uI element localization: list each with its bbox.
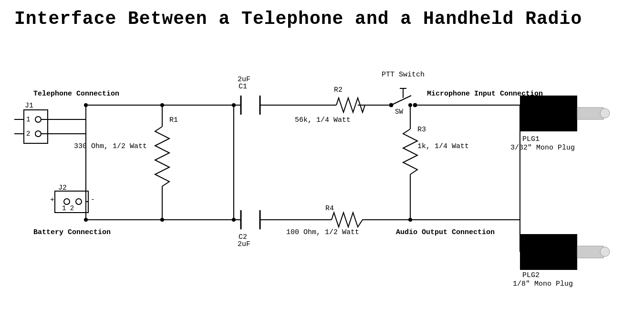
r4-value: 100 Ohm, 1/2 Watt xyxy=(286,228,359,236)
svg-point-16 xyxy=(84,103,88,107)
r3-value: 1k, 1/4 Watt xyxy=(417,142,469,150)
svg-point-38 xyxy=(408,103,412,107)
plg2-value: 1/8" Mono Plug xyxy=(513,280,573,288)
r1-label: R1 xyxy=(169,116,178,124)
j2-label: J2 xyxy=(58,184,67,192)
svg-point-53 xyxy=(600,108,610,118)
svg-text:2: 2 xyxy=(26,130,30,138)
svg-point-24 xyxy=(160,103,164,107)
svg-point-47 xyxy=(64,199,70,204)
telephone-connection-label: Telephone Connection xyxy=(33,90,119,98)
svg-rect-56 xyxy=(577,246,603,258)
c1-value: 2uF xyxy=(238,75,250,84)
svg-point-10 xyxy=(35,117,41,122)
svg-rect-51 xyxy=(520,96,577,131)
battery-connection-label: Battery Connection xyxy=(33,228,111,236)
schematic-diagram: J1 1 2 R1 330 Ohm, 1/2 Watt C1 2uF xyxy=(0,0,644,311)
svg-point-39 xyxy=(408,218,412,222)
svg-point-11 xyxy=(35,131,41,137)
svg-point-42 xyxy=(413,103,417,107)
svg-rect-52 xyxy=(577,107,603,119)
j2-minus: - xyxy=(91,196,95,204)
r2-label: R2 xyxy=(334,86,343,94)
svg-rect-9 xyxy=(24,110,48,143)
r1-value: 330 Ohm, 1/2 Watt xyxy=(74,142,147,150)
sw-label: SW xyxy=(395,108,403,116)
svg-point-48 xyxy=(76,199,82,204)
main-container: Interface Between a Telephone and a Hand… xyxy=(0,0,644,311)
svg-point-57 xyxy=(600,247,610,257)
svg-text:1: 1 xyxy=(26,116,30,123)
j2-plus: + xyxy=(50,196,54,204)
r4-label: R4 xyxy=(325,204,334,213)
j1-label: J1 xyxy=(25,102,33,110)
audio-output-label: Audio Output Connection xyxy=(396,228,495,236)
plg1-value: 3/32" Mono Plug xyxy=(510,144,575,152)
plg2-label: PLG2 xyxy=(522,271,540,279)
j2-pins: 1 2 xyxy=(62,204,74,212)
ptt-switch-label: PTT Switch xyxy=(382,71,425,79)
c2-value: 2uF xyxy=(238,240,250,248)
c1-label: C1 xyxy=(239,83,247,91)
r2-value: 56k, 1/4 Watt xyxy=(295,116,351,124)
plg1-label: PLG1 xyxy=(522,135,540,143)
svg-point-25 xyxy=(160,218,164,222)
svg-rect-55 xyxy=(520,234,577,270)
r3-label: R3 xyxy=(417,126,426,134)
svg-line-43 xyxy=(391,96,411,105)
